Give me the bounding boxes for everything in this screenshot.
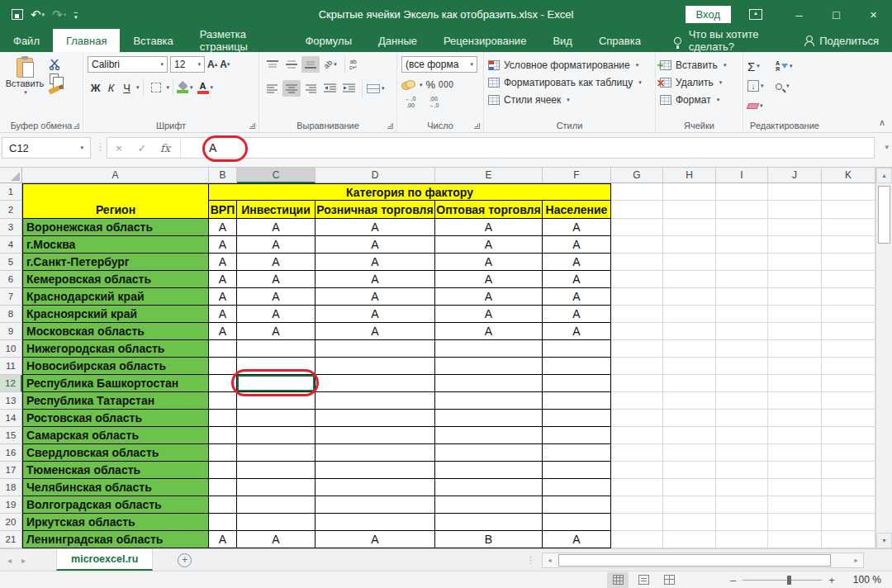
- orientation-button[interactable]: ab▾: [320, 60, 340, 69]
- empty-cell[interactable]: [716, 427, 768, 444]
- value-cell[interactable]: [435, 444, 543, 462]
- row-header[interactable]: 12: [0, 375, 22, 392]
- scroll-up-button[interactable]: ▴: [876, 168, 892, 183]
- empty-cell[interactable]: [716, 183, 768, 201]
- value-cell[interactable]: [543, 410, 611, 427]
- empty-cell[interactable]: [716, 306, 768, 323]
- empty-cell[interactable]: [822, 271, 875, 288]
- empty-cell[interactable]: [768, 392, 822, 410]
- chevron-down-icon[interactable]: ▾: [136, 84, 140, 91]
- name-box[interactable]: C12▾: [2, 137, 91, 159]
- empty-cell[interactable]: [822, 444, 875, 462]
- empty-cell[interactable]: [611, 444, 663, 462]
- value-cell[interactable]: [435, 462, 543, 479]
- value-cell[interactable]: А: [209, 306, 237, 323]
- row-header[interactable]: 21: [0, 531, 22, 548]
- row-header[interactable]: 6: [0, 271, 22, 288]
- value-cell[interactable]: [209, 496, 237, 514]
- empty-cell[interactable]: [611, 427, 663, 444]
- value-cell[interactable]: А: [237, 306, 316, 323]
- font-name-combo[interactable]: Calibri▾: [88, 56, 168, 73]
- empty-cell[interactable]: [663, 392, 716, 410]
- ribbon-tab[interactable]: Разметка страницы: [187, 29, 292, 52]
- empty-cell[interactable]: [663, 323, 716, 340]
- percent-style-button[interactable]: %: [426, 78, 436, 91]
- empty-cell[interactable]: [663, 236, 716, 254]
- clear-button[interactable]: ▾: [747, 102, 776, 109]
- value-cell[interactable]: А: [316, 236, 435, 254]
- empty-cell[interactable]: [768, 254, 822, 271]
- empty-cell[interactable]: [663, 496, 716, 514]
- next-sheet-button[interactable]: ▸: [14, 549, 33, 571]
- empty-cell[interactable]: [822, 288, 875, 306]
- value-cell[interactable]: [237, 444, 316, 462]
- value-cell[interactable]: [209, 410, 237, 427]
- empty-cell[interactable]: [768, 375, 822, 392]
- value-cell[interactable]: [316, 514, 435, 531]
- empty-cell[interactable]: [611, 410, 663, 427]
- value-cell[interactable]: А: [209, 323, 237, 340]
- empty-cell[interactable]: [768, 496, 822, 514]
- value-cell[interactable]: [237, 392, 316, 410]
- align-left-button[interactable]: [263, 80, 282, 97]
- align-top-button[interactable]: [263, 56, 282, 73]
- category-title-cell[interactable]: Категория по фактору: [209, 183, 611, 201]
- undo-button[interactable]: ↶▾: [31, 8, 45, 21]
- empty-cell[interactable]: [663, 531, 716, 548]
- empty-cell[interactable]: [611, 236, 663, 254]
- dialog-launcher-icon[interactable]: [474, 123, 480, 129]
- borders-button[interactable]: [147, 83, 165, 92]
- empty-cell[interactable]: [611, 358, 663, 375]
- empty-cell[interactable]: [822, 375, 875, 392]
- region-cell[interactable]: г.Санкт-Петербург: [22, 254, 209, 271]
- value-cell[interactable]: [316, 392, 435, 410]
- value-cell[interactable]: [543, 340, 611, 358]
- value-cell[interactable]: А: [237, 271, 316, 288]
- empty-cell[interactable]: [768, 323, 822, 340]
- empty-cell[interactable]: [611, 323, 663, 340]
- ribbon-display-options-icon[interactable]: ▴: [749, 9, 762, 20]
- empty-cell[interactable]: [716, 340, 768, 358]
- expand-formula-bar-icon[interactable]: ▾: [885, 143, 889, 151]
- value-cell[interactable]: [316, 410, 435, 427]
- value-cell[interactable]: [237, 340, 316, 358]
- value-cell[interactable]: А: [543, 254, 611, 271]
- value-cell[interactable]: А: [543, 219, 611, 236]
- wrap-text-button[interactable]: abc↵: [349, 59, 357, 70]
- empty-cell[interactable]: [611, 288, 663, 306]
- empty-cell[interactable]: [716, 288, 768, 306]
- copy-button[interactable]: ▾: [49, 74, 64, 84]
- row-header[interactable]: 1: [0, 183, 22, 201]
- chevron-down-icon[interactable]: ▾: [167, 84, 170, 91]
- empty-cell[interactable]: [822, 306, 875, 323]
- row-header[interactable]: 10: [0, 340, 22, 358]
- empty-cell[interactable]: [611, 531, 663, 548]
- insert-cells-button[interactable]: Вставить▾: [660, 56, 738, 74]
- column-header-I[interactable]: I: [716, 168, 768, 183]
- value-cell[interactable]: А: [209, 271, 237, 288]
- column-header-F[interactable]: F: [543, 168, 611, 183]
- minimize-button[interactable]: –: [780, 0, 818, 29]
- zoom-slider-thumb[interactable]: [787, 576, 791, 585]
- empty-cell[interactable]: [822, 201, 875, 219]
- chevron-down-icon[interactable]: ▾: [190, 84, 193, 91]
- share-button[interactable]: Поделиться: [804, 29, 879, 52]
- column-header-C[interactable]: C: [237, 168, 316, 183]
- conditional-formatting-button[interactable]: Условное форматирование▾: [488, 56, 651, 74]
- cancel-button[interactable]: ×: [107, 142, 130, 154]
- chevron-down-icon[interactable]: ▾: [42, 12, 45, 17]
- chevron-down-icon[interactable]: ▾: [24, 89, 27, 96]
- value-cell[interactable]: А: [543, 323, 611, 340]
- empty-cell[interactable]: [822, 236, 875, 254]
- region-cell[interactable]: Ростовская область: [22, 410, 209, 427]
- empty-cell[interactable]: [768, 358, 822, 375]
- value-cell[interactable]: [237, 496, 316, 514]
- find-select-button[interactable]: ▾: [776, 82, 804, 90]
- splitter-dots-icon[interactable]: ⋮: [526, 555, 534, 566]
- sort-filter-button[interactable]: АЯ▾: [776, 60, 804, 72]
- factor-header-cell[interactable]: Инвестиции: [237, 201, 316, 219]
- scroll-right-button[interactable]: ▸: [849, 557, 863, 564]
- page-layout-view-button[interactable]: [633, 572, 654, 588]
- region-cell[interactable]: Ленинградская область: [22, 531, 209, 548]
- increase-indent-button[interactable]: [339, 80, 358, 97]
